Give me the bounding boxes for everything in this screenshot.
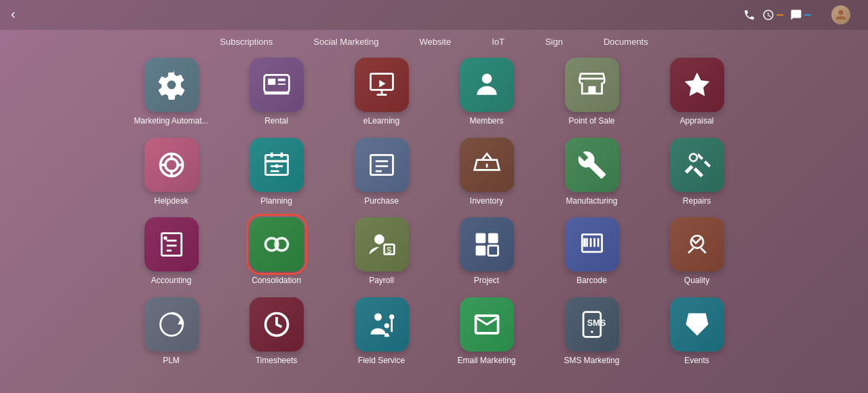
app-label-repairs: Repairs (683, 196, 711, 207)
app-item-payroll[interactable]: $Payroll (336, 217, 427, 286)
app-icon-rental (250, 58, 304, 112)
app-item-elearning[interactable]: eLearning (336, 58, 427, 127)
app-icon-marketing-automat (144, 58, 199, 112)
svg-rect-8 (588, 86, 595, 94)
app-icon-payroll: $ (355, 217, 409, 272)
app-item-inventory[interactable]: Inventory (441, 138, 532, 207)
app-item-appraisal[interactable]: Appraisal (651, 58, 743, 127)
apps-container: Marketing Automat...RentaleLearningMembe… (0, 51, 868, 373)
app-label-email-marketing: Email Marketing (457, 356, 515, 367)
svg-point-0 (838, 10, 843, 15)
app-item-manufacturing[interactable]: Manufacturing (546, 138, 637, 207)
app-item-planning[interactable]: Planning (231, 138, 322, 207)
nav-link-website[interactable]: Website (419, 37, 451, 47)
svg-point-54 (389, 314, 394, 319)
app-label-events: Events (684, 356, 709, 367)
app-label-consolidation: Consolidation (252, 276, 301, 286)
app-item-repairs[interactable]: Repairs (651, 138, 743, 207)
app-item-helpdesk[interactable]: Helpdesk (125, 138, 217, 207)
svg-point-32 (163, 236, 167, 240)
app-icon-email-marketing (460, 297, 514, 352)
svg-point-7 (481, 74, 492, 84)
svg-rect-4 (277, 83, 285, 85)
svg-rect-38 (475, 233, 486, 244)
svg-rect-3 (277, 79, 285, 81)
nav-link-iot[interactable]: IoT (492, 37, 505, 47)
app-item-field-service[interactable]: Field Service (336, 297, 427, 367)
nav-link-sign[interactable]: Sign (545, 37, 563, 47)
apps-grid: Marketing Automat...RentaleLearningMembe… (41, 58, 827, 366)
app-icon-manufacturing (565, 138, 619, 192)
app-label-payroll: Payroll (369, 276, 394, 286)
app-item-members[interactable]: Members (441, 58, 532, 127)
clock-icon-area[interactable] (762, 9, 783, 21)
app-item-marketing-automat[interactable]: Marketing Automat... (125, 58, 217, 127)
app-item-rental[interactable]: Rental (231, 58, 322, 127)
app-icon-consolidation (250, 217, 304, 272)
app-label-quality: Quality (684, 276, 709, 286)
app-label-members: Members (469, 116, 503, 127)
nav-link-subscriptions[interactable]: Subscriptions (220, 37, 273, 47)
app-item-accounting[interactable]: Accounting (125, 217, 217, 286)
app-label-plm: PLM (163, 356, 180, 367)
back-area: ‹ (11, 7, 16, 21)
app-icon-point-of-sale (565, 58, 619, 112)
app-item-purchase[interactable]: Purchase (336, 138, 427, 207)
clock-badge (776, 14, 783, 16)
user-avatar[interactable] (831, 5, 850, 24)
app-item-events[interactable]: Events (651, 297, 743, 367)
svg-rect-41 (488, 246, 498, 256)
app-icon-planning (250, 138, 304, 192)
app-item-sms-marketing[interactable]: SMSSMS Marketing (546, 297, 637, 367)
app-icon-inventory (460, 138, 514, 192)
app-icon-plm (144, 297, 199, 352)
chat-badge (804, 14, 811, 16)
nav-link-documents[interactable]: Documents (604, 37, 648, 47)
app-label-field-service: Field Service (358, 356, 405, 367)
app-icon-project (460, 217, 514, 272)
phone-icon[interactable] (743, 9, 755, 21)
app-label-project: Project (474, 276, 499, 286)
app-label-marketing-automat: Marketing Automat... (134, 116, 208, 127)
svg-point-52 (384, 323, 389, 328)
app-label-timesheets: Timesheets (256, 356, 298, 367)
svg-rect-40 (475, 246, 486, 256)
svg-rect-2 (268, 79, 275, 85)
back-button[interactable]: ‹ (11, 7, 16, 20)
app-label-appraisal: Appraisal (679, 116, 713, 127)
app-item-point-of-sale[interactable]: Point of Sale (546, 58, 637, 127)
app-item-plm[interactable]: PLM (125, 297, 217, 367)
svg-rect-39 (488, 233, 498, 244)
app-item-email-marketing[interactable]: Email Marketing (441, 297, 532, 367)
svg-point-57 (591, 331, 593, 333)
app-icon-purchase (355, 138, 409, 192)
app-icon-quality (670, 217, 724, 272)
app-label-barcode: Barcode (576, 276, 607, 286)
app-icon-appraisal (670, 58, 724, 112)
app-icon-accounting (144, 217, 199, 272)
chat-icon-area[interactable] (790, 9, 811, 21)
svg-rect-1 (264, 75, 289, 92)
nav-links: SubscriptionsSocial MarketingWebsiteIoTS… (0, 30, 868, 51)
app-label-sms-marketing: SMS Marketing (564, 356, 619, 367)
app-icon-events (670, 297, 724, 352)
app-item-quality[interactable]: Quality (651, 217, 743, 286)
svg-point-27 (690, 153, 697, 161)
app-item-consolidation[interactable]: Consolidation (231, 217, 322, 286)
topbar-actions (743, 5, 857, 24)
app-icon-members (460, 58, 514, 112)
app-item-timesheets[interactable]: Timesheets (231, 297, 322, 367)
nav-link-social-marketing[interactable]: Social Marketing (313, 37, 378, 47)
app-label-helpdesk: Helpdesk (154, 196, 188, 207)
app-label-elearning: eLearning (363, 116, 399, 127)
app-label-purchase: Purchase (364, 196, 399, 207)
app-label-inventory: Inventory (470, 196, 503, 207)
app-label-planning: Planning (260, 196, 292, 207)
app-icon-elearning (355, 58, 409, 112)
app-item-project[interactable]: Project (441, 217, 532, 286)
topbar: ‹ (0, 0, 868, 30)
svg-point-51 (374, 313, 382, 320)
svg-point-21 (275, 164, 279, 168)
app-item-barcode[interactable]: Barcode (546, 217, 637, 286)
svg-marker-58 (686, 313, 708, 335)
